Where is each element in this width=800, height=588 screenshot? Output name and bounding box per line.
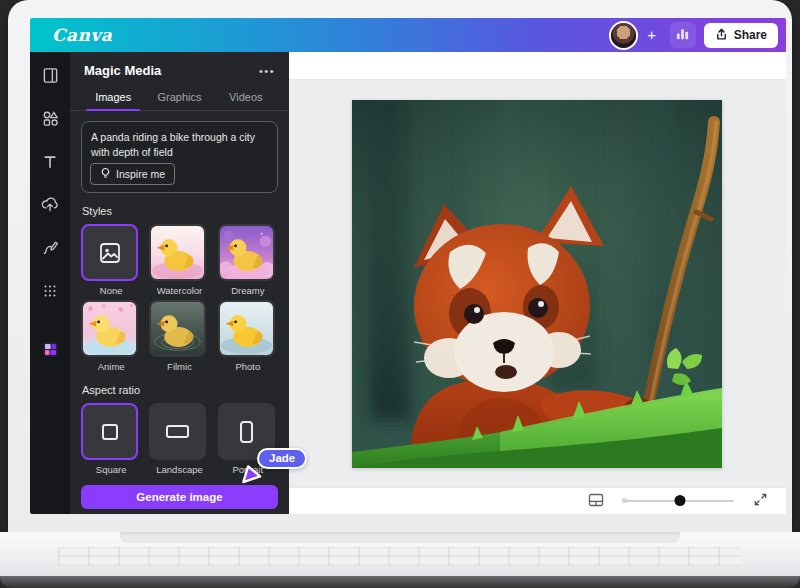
ratio-label: Square — [81, 464, 141, 475]
landscape-ratio-tile — [149, 403, 206, 460]
canvas-bottom-bar — [289, 487, 786, 514]
ratio-option-portrait[interactable]: Portrait — [218, 403, 278, 475]
generated-image[interactable] — [352, 100, 722, 468]
style-option-none[interactable]: None — [81, 224, 141, 296]
add-member-button[interactable]: + — [642, 25, 662, 45]
design-icon — [42, 67, 59, 87]
panel-content: A panda riding a bike through a city wit… — [70, 111, 289, 509]
inspire-me-button[interactable]: Inspire me — [90, 163, 175, 185]
laptop-keyboard-deck — [0, 532, 800, 576]
avatar[interactable] — [611, 23, 636, 48]
ratio-label: Portrait — [218, 464, 278, 475]
ratio-option-square[interactable]: Square — [81, 403, 141, 475]
header-actions: + Share — [611, 22, 778, 48]
uploads-icon — [41, 196, 59, 216]
style-option-filmic[interactable]: Filmic — [149, 300, 209, 372]
magic-media-app-icon — [42, 341, 59, 361]
expand-icon — [754, 493, 767, 509]
generate-image-button[interactable]: Generate image — [81, 485, 278, 509]
tab-images[interactable]: Images — [80, 85, 146, 110]
duck-thumbnail-anime — [81, 300, 138, 357]
style-label: Anime — [81, 361, 141, 372]
laptop-base-edge — [0, 576, 800, 588]
share-label: Share — [734, 28, 767, 42]
laptop-keyboard — [58, 547, 742, 566]
red-panda-artwork — [352, 100, 722, 468]
sidebar-item-apps[interactable] — [40, 283, 60, 301]
app-window: Canva + Share — [30, 18, 786, 514]
laptop-hinge — [120, 532, 680, 543]
style-none-thumbnail — [81, 224, 138, 281]
ratio-option-landscape[interactable]: Landscape — [149, 403, 209, 475]
aspect-ratio-heading: Aspect ratio — [82, 384, 277, 396]
ratio-label: Landscape — [149, 464, 209, 475]
portrait-ratio-tile — [218, 403, 275, 460]
share-button[interactable]: Share — [704, 23, 778, 48]
app-header: Canva + Share — [30, 18, 786, 52]
lightbulb-icon — [100, 167, 111, 181]
app-body: Magic Media ••• Images Graphics Videos A… — [30, 52, 786, 514]
panel-title: Magic Media — [84, 63, 161, 78]
canvas-area[interactable] — [289, 80, 786, 487]
sidebar-item-magic-media-app[interactable] — [40, 342, 60, 360]
grid-view-icon — [588, 493, 604, 510]
style-label: Watercolor — [149, 285, 209, 296]
bar-chart-icon — [675, 26, 690, 44]
canvas-toolbar — [289, 52, 786, 80]
portrait-shape-icon — [240, 421, 253, 443]
square-ratio-tile — [81, 403, 138, 460]
tab-graphics[interactable]: Graphics — [146, 85, 212, 110]
side-rail — [30, 52, 70, 514]
sidebar-item-elements[interactable] — [40, 111, 60, 129]
style-label: Dreamy — [218, 285, 278, 296]
duck-thumbnail-dreamy — [218, 224, 275, 281]
style-option-dreamy[interactable]: Dreamy — [218, 224, 278, 296]
fullscreen-button[interactable] — [747, 488, 773, 514]
duck-thumbnail-watercolor — [149, 224, 206, 281]
grid-view-button[interactable] — [583, 488, 609, 514]
aspect-ratio-grid: Square Landscape Portrait — [81, 403, 278, 475]
duck-thumbnail-filmic — [149, 300, 206, 357]
elements-icon — [42, 110, 59, 130]
analytics-button[interactable] — [670, 22, 696, 48]
panel-tabs: Images Graphics Videos — [70, 85, 289, 111]
zoom-slider[interactable] — [622, 495, 734, 507]
style-label: Filmic — [149, 361, 209, 372]
sidebar-item-text[interactable] — [40, 154, 60, 172]
laptop-screen-bezel: Canva + Share — [8, 0, 792, 532]
text-icon — [42, 154, 58, 173]
style-option-watercolor[interactable]: Watercolor — [149, 224, 209, 296]
upload-icon — [715, 27, 728, 44]
magic-media-panel: Magic Media ••• Images Graphics Videos A… — [70, 52, 289, 514]
square-shape-icon — [102, 424, 118, 440]
style-label: None — [81, 285, 141, 296]
zoom-slider-handle[interactable] — [675, 495, 686, 506]
tab-videos[interactable]: Videos — [213, 85, 279, 110]
canvas-column — [289, 52, 786, 514]
image-placeholder-icon — [98, 241, 122, 265]
laptop-mockup: Canva + Share — [0, 0, 800, 588]
sidebar-item-uploads[interactable] — [40, 197, 60, 215]
canva-logo[interactable]: Canva — [52, 25, 112, 45]
prompt-input[interactable]: A panda riding a bike through a city wit… — [81, 121, 278, 193]
inspire-me-label: Inspire me — [116, 168, 165, 180]
prompt-value: A panda riding a bike through a city wit… — [91, 130, 268, 160]
duck-thumbnail-photo — [218, 300, 275, 357]
sidebar-item-draw[interactable] — [40, 240, 60, 258]
apps-icon — [42, 283, 58, 302]
style-option-photo[interactable]: Photo — [218, 300, 278, 372]
style-label: Photo — [218, 361, 278, 372]
draw-icon — [42, 239, 59, 259]
styles-grid: None Watercolor — [81, 224, 278, 372]
panel-header: Magic Media ••• — [70, 52, 289, 85]
style-option-anime[interactable]: Anime — [81, 300, 141, 372]
styles-heading: Styles — [82, 205, 277, 217]
more-options-button[interactable]: ••• — [259, 65, 275, 77]
sidebar-item-design[interactable] — [40, 68, 60, 86]
landscape-shape-icon — [166, 425, 189, 438]
